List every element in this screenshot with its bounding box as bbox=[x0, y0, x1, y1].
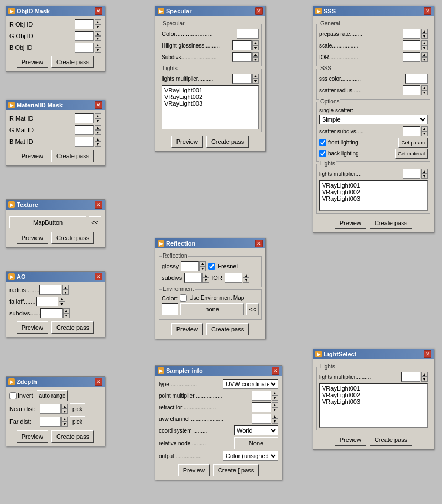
near-pick-btn[interactable]: pick bbox=[70, 403, 85, 414]
scale-up[interactable]: ▲ bbox=[421, 40, 428, 45]
use-env-map-checkbox[interactable] bbox=[180, 294, 187, 302]
type-select[interactable]: UVW coordinates bbox=[223, 379, 278, 389]
get-param-btn[interactable]: Get param bbox=[398, 138, 428, 148]
get-material-btn[interactable]: Get material bbox=[395, 149, 428, 159]
env-arrow-btn[interactable]: << bbox=[246, 303, 259, 315]
hilight-glossiness-up[interactable]: ▲ bbox=[252, 40, 259, 45]
r-obj-id-up[interactable]: ▲ bbox=[95, 19, 101, 24]
single-scatter-select[interactable]: Simple bbox=[319, 115, 428, 124]
specular-subdivs-down[interactable]: ▼ bbox=[252, 57, 259, 62]
near-dist-up[interactable]: ▲ bbox=[61, 404, 68, 409]
sss-lights-multiplier-input[interactable]: 1.0 bbox=[403, 169, 420, 179]
subdivs-down[interactable]: ▼ bbox=[63, 313, 70, 318]
subdivs-up[interactable]: ▲ bbox=[63, 308, 70, 313]
r-mat-id-down[interactable]: ▼ bbox=[95, 118, 101, 123]
lightselect-close[interactable]: ✕ bbox=[424, 350, 431, 358]
texture-create-pass-btn[interactable]: Create pass bbox=[51, 232, 94, 244]
b-mat-id-input[interactable]: 0 bbox=[75, 137, 94, 147]
falloff-down[interactable]: ▼ bbox=[59, 302, 65, 306]
lightselect-multiplier-down[interactable]: ▼ bbox=[421, 377, 428, 382]
lightselect-create-pass-btn[interactable]: Create pass bbox=[370, 434, 412, 446]
list-item[interactable]: VRayLight001 bbox=[321, 385, 426, 392]
glossy-down[interactable]: ▼ bbox=[199, 266, 206, 271]
far-dist-input[interactable]: 100.0 bbox=[40, 417, 61, 427]
far-dist-down[interactable]: ▼ bbox=[61, 422, 68, 427]
sss-create-pass-btn[interactable]: Create pass bbox=[370, 217, 412, 229]
lightselect-multiplier-up[interactable]: ▲ bbox=[421, 372, 428, 377]
g-obj-id-up[interactable]: ▲ bbox=[95, 31, 101, 36]
scatter-radius-up[interactable]: ▲ bbox=[421, 85, 428, 90]
scatter-subdivs-input[interactable]: 8 bbox=[403, 126, 420, 136]
reflection-subdivs-down[interactable]: ▼ bbox=[202, 278, 209, 283]
specular-color-swatch[interactable] bbox=[237, 29, 259, 39]
front-lighting-checkbox[interactable] bbox=[319, 139, 326, 146]
falloff-input[interactable]: 0.1 bbox=[36, 297, 58, 306]
point-multiplier-up[interactable]: ▲ bbox=[272, 391, 278, 396]
list-item[interactable]: VRayLight003 bbox=[321, 195, 426, 202]
r-obj-id-down[interactable]: ▼ bbox=[95, 24, 101, 29]
falloff-up[interactable]: ▲ bbox=[59, 297, 65, 302]
env-none-btn[interactable]: none bbox=[180, 303, 244, 315]
point-multiplier-input[interactable]: 1.0 bbox=[252, 391, 271, 401]
uvw-channel-down[interactable]: ▼ bbox=[272, 419, 278, 424]
scale-input[interactable]: 1.0 bbox=[403, 40, 420, 50]
ior-down[interactable]: ▼ bbox=[243, 278, 249, 283]
sampler-create-pass-btn[interactable]: Create [ pass bbox=[213, 464, 259, 476]
scatter-subdivs-up[interactable]: ▲ bbox=[421, 126, 428, 131]
zdepth-preview-btn[interactable]: Preview bbox=[17, 430, 48, 443]
radius-up[interactable]: ▲ bbox=[62, 285, 69, 290]
objid-mask-close[interactable]: ✕ bbox=[95, 7, 102, 15]
sss-preview-btn[interactable]: Preview bbox=[335, 217, 366, 229]
zdepth-close[interactable]: ✕ bbox=[95, 378, 102, 386]
prepass-rate-down[interactable]: ▼ bbox=[421, 34, 428, 39]
specular-close[interactable]: ✕ bbox=[255, 7, 263, 15]
list-item[interactable]: VRayLight002 bbox=[163, 93, 257, 100]
scatter-subdivs-down[interactable]: ▼ bbox=[421, 131, 428, 136]
subdivs-input[interactable]: 32 bbox=[40, 308, 63, 318]
uvw-channel-input[interactable]: 1 bbox=[252, 414, 271, 424]
radius-down[interactable]: ▼ bbox=[62, 290, 69, 295]
radius-input[interactable]: 20.0 bbox=[39, 285, 61, 295]
sampler-preview-btn[interactable]: Preview bbox=[178, 464, 210, 476]
reflection-subdivs-up[interactable]: ▲ bbox=[202, 273, 209, 278]
output-select[interactable]: Color (unsigned) bbox=[223, 451, 278, 461]
sss-ior-down[interactable]: ▼ bbox=[421, 57, 428, 62]
lights-multiplier-input[interactable]: 1.0 bbox=[232, 74, 252, 84]
g-mat-id-up[interactable]: ▲ bbox=[95, 125, 101, 130]
lightselect-lights-list[interactable]: VRayLight001 VRayLight002 VRayLight003 bbox=[319, 383, 428, 428]
b-obj-id-up[interactable]: ▲ bbox=[95, 43, 101, 48]
reflection-preview-btn[interactable]: Preview bbox=[171, 323, 203, 335]
r-obj-id-input[interactable]: 1 bbox=[75, 19, 94, 29]
sss-lights-list[interactable]: VRayLight001 VRayLight002 VRayLight003 bbox=[319, 180, 428, 211]
ior-input[interactable]: 1.6 bbox=[225, 273, 242, 283]
invert-checkbox[interactable] bbox=[9, 392, 17, 399]
reflection-close[interactable]: ✕ bbox=[255, 240, 263, 247]
sss-ior-input[interactable]: 1.3 bbox=[403, 52, 420, 62]
list-item[interactable]: VRayLight001 bbox=[321, 182, 426, 189]
specular-subdivs-input[interactable]: 16 bbox=[232, 52, 252, 62]
prepass-rate-up[interactable]: ▲ bbox=[421, 29, 428, 34]
reflection-subdivs-input[interactable]: 8 bbox=[184, 273, 202, 283]
map-button[interactable]: MapButton bbox=[9, 216, 86, 228]
b-mat-id-up[interactable]: ▲ bbox=[95, 137, 101, 142]
coord-system-select[interactable]: World bbox=[234, 425, 278, 435]
reflection-create-pass-btn[interactable]: Create pass bbox=[206, 323, 249, 335]
sss-ior-up[interactable]: ▲ bbox=[421, 52, 428, 57]
texture-arrow-btn[interactable]: << bbox=[89, 216, 101, 228]
lightselect-preview-btn[interactable]: Preview bbox=[335, 434, 366, 446]
r-mat-id-input[interactable]: 1 bbox=[75, 113, 94, 123]
b-obj-id-down[interactable]: ▼ bbox=[95, 48, 101, 53]
near-dist-down[interactable]: ▼ bbox=[61, 409, 68, 414]
far-pick-btn[interactable]: pick bbox=[70, 416, 85, 427]
scatter-radius-input[interactable]: 5.0 bbox=[403, 85, 420, 95]
g-mat-id-down[interactable]: ▼ bbox=[95, 130, 101, 135]
near-dist-input[interactable]: 0.0 bbox=[40, 404, 61, 414]
texture-close[interactable]: ✕ bbox=[95, 201, 102, 209]
g-mat-id-input[interactable]: 0 bbox=[75, 125, 94, 135]
list-item[interactable]: VRayLight001 bbox=[163, 87, 257, 93]
lights-multiplier-down[interactable]: ▼ bbox=[252, 79, 259, 84]
specular-lights-list[interactable]: VRayLight001 VRayLight002 VRayLight003 bbox=[162, 85, 259, 129]
objid-create-pass-btn[interactable]: Create pass bbox=[51, 56, 94, 68]
lights-multiplier-up[interactable]: ▲ bbox=[252, 74, 259, 79]
back-lighting-checkbox[interactable] bbox=[319, 150, 326, 157]
